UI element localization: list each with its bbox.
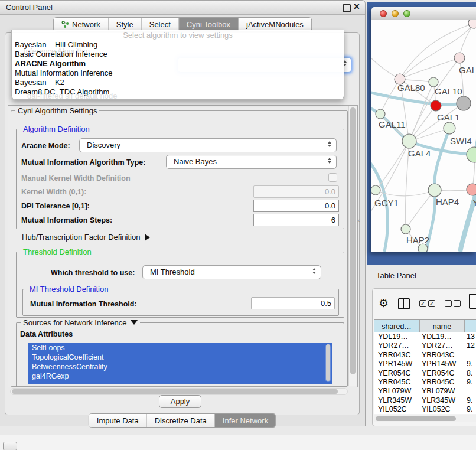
tab-discretize-data[interactable]: Discretize Data [147,414,215,427]
node-gcy1[interactable] [371,185,380,195]
panel-divider-handle[interactable]: ‹ [358,217,360,224]
dropdown-item-dream8-dc-tdc-algorithm[interactable]: Dream8 DC_TDC Algorithm [12,87,344,97]
tab-select[interactable]: Select [142,18,179,31]
table-cell: 13 [465,332,476,341]
network-window-titlebar[interactable] [371,7,476,21]
zoom-traffic-light-icon[interactable] [403,10,410,17]
node-unlabeled[interactable] [457,96,471,110]
float-window-icon[interactable] [343,4,351,12]
which-threshold-value: MI Threshold [150,268,195,276]
dropdown-item-bayesian-hill-climbing[interactable]: Bayesian – Hill Climbing [12,40,344,50]
node-unlabeled[interactable] [431,100,441,111]
attribute-selfloops[interactable]: SelfLoops [28,343,332,353]
dropdown-item-aracne-algorithm[interactable]: ARACNE Algorithm [12,59,344,69]
attribute-gal4rgexp[interactable]: gal4RGexp [28,371,332,381]
table-cell: YDR27… [374,341,420,350]
control-panel-titlebar[interactable]: Control Panel ✕ [0,1,365,15]
status-bar [0,435,476,450]
column-chooser-icon[interactable] [398,298,410,309]
node-y[interactable] [467,184,476,195]
node-hap4[interactable] [428,184,441,197]
kernel-width-field[interactable]: 0.0 [253,185,339,198]
sources-title: Sources for Network Inference [23,318,127,327]
export-table-icon[interactable] [469,294,476,309]
tab-jactivemnodules[interactable]: jActiveMNodules [239,18,311,31]
column-header-name[interactable]: name [420,320,465,333]
tab-style[interactable]: Style [109,18,142,31]
deselect-all-icon[interactable] [445,300,461,307]
table-cell: YDR27… [420,341,465,350]
node-gal[interactable] [454,53,465,63]
collapse-arrow-icon[interactable] [131,320,138,325]
table-row[interactable]: YDL19…YDL19…13 [374,332,476,341]
column-header-shared[interactable]: shared… [374,320,420,333]
node-label-y: Y [472,197,476,207]
dropdown-item-list: Bayesian – Hill ClimbingBasic Correlatio… [12,40,344,97]
close-icon[interactable]: ✕ [353,2,360,11]
attribute-betweennesscentrality[interactable]: BetweennessCentrality [28,362,332,371]
table-cell: YER054C [420,369,465,378]
tab-cyni-toolbox[interactable]: Cyni Toolbox [179,18,239,31]
node-swi4[interactable] [467,147,476,162]
combo-spinner-icon [328,141,331,147]
tab-label: Discretize Data [155,416,207,425]
table-cell: YPR145W [374,360,420,369]
attribute-topologicalcoefficient[interactable]: TopologicalCoefficient [28,353,332,362]
mi-type-combo[interactable]: Naive Bayes [166,155,337,169]
dpi-tolerance-field[interactable]: 0.0 [253,200,339,212]
combo-spinner-icon [312,268,316,274]
settings-vertical-scrollbar[interactable] [348,106,357,386]
apply-button[interactable]: Apply [159,395,201,408]
table-row[interactable]: YPR145WYPR145W9. [374,360,476,369]
group-title: Sources for Network Inference [21,318,140,327]
node-unlabeled[interactable] [468,20,476,28]
select-all-icon[interactable]: ✓ ✓ [419,300,435,307]
control-panel-title: Control Panel [6,3,53,12]
tab-network[interactable]: Network [54,18,109,31]
node-gal10[interactable] [429,77,438,87]
dropdown-item-mutual-information-inference[interactable]: Mutual Information Inference [12,69,344,78]
threshold-definition-group: Threshold Definition Which threshold to … [16,252,344,318]
node-gal11[interactable] [376,109,385,119]
minimized-panel-icon[interactable] [3,442,17,450]
table-row[interactable]: YIL052CYIL052C9. [374,405,476,414]
dropdown-item-bayesian-k2[interactable]: Bayesian – K2 [12,78,344,87]
hub-definition-expander[interactable]: Hub/Transcription Factor Definition [22,233,150,242]
which-threshold-combo[interactable]: MI Threshold [142,265,321,279]
node-gal4[interactable] [402,134,416,148]
mi-steps-field[interactable]: 6 [253,214,339,226]
data-attributes-list[interactable]: SelfLoopsTopologicalCoefficientBetweenne… [28,343,332,384]
list-scrollbar[interactable] [325,344,331,382]
tab-infer-network[interactable]: Infer Network [215,414,276,427]
mi-threshold-field[interactable]: 0.5 [251,297,335,309]
tab-label: Impute Data [97,416,139,425]
minimize-traffic-light-icon[interactable] [392,10,399,17]
node-label-gal80: GAL80 [397,83,425,93]
close-traffic-light-icon[interactable] [380,10,387,17]
table-row[interactable]: YBR045CYBR045C9. [374,378,476,387]
table-horizontal-scrollbar[interactable] [374,415,476,422]
node-gal1[interactable] [444,122,455,134]
dropdown-item-basic-correlation-inference[interactable]: Basic Correlation Inference [12,50,344,59]
dropdown-placeholder: Select algorithm to view settings [12,30,344,40]
table-row[interactable]: YDR27…YDR27…12 [374,341,476,350]
network-canvas[interactable]: GALGAL80GAL10GAL1GAL11GAL4SWI4GCY1HAP4YH… [371,20,476,252]
table-row[interactable]: YER054CYER054C8. [374,369,476,378]
node-hap2[interactable] [401,224,410,234]
network-graph: GALGAL80GAL10GAL1GAL11GAL4SWI4GCY1HAP4YH… [371,20,476,252]
tab-impute-data[interactable]: Impute Data [89,414,147,427]
table-row[interactable]: YBL079WYBL079W [374,387,476,396]
settings-horizontal-scrollbar[interactable] [10,388,348,395]
which-threshold-label: Which threshold to use: [51,269,135,277]
gear-icon[interactable]: ⚙ [379,298,389,309]
tab-label: Select [149,20,171,29]
tab-label: Network [72,20,100,29]
aracne-mode-combo[interactable]: Discovery [79,138,337,152]
column-header-cut[interactable] [465,320,476,333]
table-row[interactable]: YBR043CYBR043C [374,351,476,360]
table-cell: YDL19… [420,332,465,341]
node-label-hap4: HAP4 [436,197,459,207]
manual-kernel-checkbox[interactable] [328,173,337,182]
mi-type-label: Mutual Information Algorithm Type: [21,158,145,167]
table-row[interactable]: YLR345WYLR345W9. [374,396,476,405]
